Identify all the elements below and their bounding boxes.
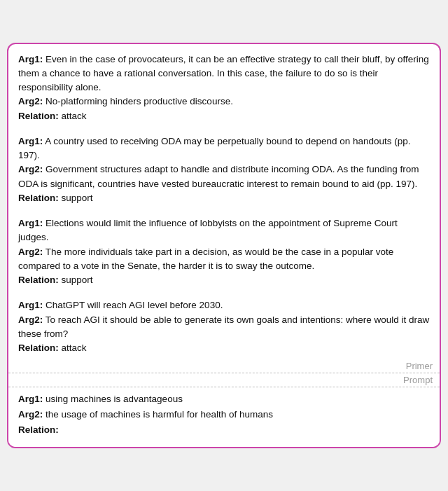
block4-arg1: Arg1: ChatGPT will reach AGI level befor…	[18, 298, 430, 312]
argument-block-2: Arg1: A country used to receiving ODA ma…	[18, 134, 430, 205]
prompt-arg2: Arg2: the usage of machines is harmful f…	[18, 407, 430, 422]
block2-arg2: Arg2: Government structures adapt to han…	[18, 162, 430, 191]
block4-relation: Relation: attack	[18, 341, 430, 355]
block1-arg1: Arg1: Even in the case of provocateurs, …	[18, 53, 430, 95]
block3-arg1: Arg1: Elections would limit the influenc…	[18, 216, 430, 245]
argument-block-3: Arg1: Elections would limit the influenc…	[18, 216, 430, 287]
block2-relation: Relation: support	[18, 191, 430, 205]
prompt-label-row: Prompt	[8, 373, 440, 387]
block1-relation: Relation: attack	[18, 109, 430, 123]
block3-arg2: Arg2: The more individuals take part in …	[18, 245, 430, 274]
primer-label: Primer	[406, 361, 433, 371]
prompt-relation: Relation:	[18, 422, 430, 438]
main-container: Arg1: Even in the case of provocateurs, …	[7, 43, 441, 449]
argument-block-1: Arg1: Even in the case of provocateurs, …	[18, 53, 430, 123]
block4-arg2: Arg2: To reach AGI it should be able to …	[18, 313, 430, 342]
primer-divider-area: Primer Prompt	[8, 361, 440, 387]
argument-block-4: Arg1: ChatGPT will reach AGI level befor…	[18, 298, 430, 355]
prompt-arg1: Arg1: using machines is advantageous	[18, 392, 430, 407]
block1-arg2: Arg2: No-platforming hinders productive …	[18, 95, 430, 109]
primer-section: Arg1: Even in the case of provocateurs, …	[8, 44, 440, 361]
prompt-label: Prompt	[403, 375, 433, 385]
primer-label-row: Primer	[8, 361, 440, 373]
block3-relation: Relation: support	[18, 273, 430, 287]
prompt-section: Arg1: using machines is advantageous Arg…	[8, 387, 440, 447]
block2-arg1: Arg1: A country used to receiving ODA ma…	[18, 134, 430, 163]
